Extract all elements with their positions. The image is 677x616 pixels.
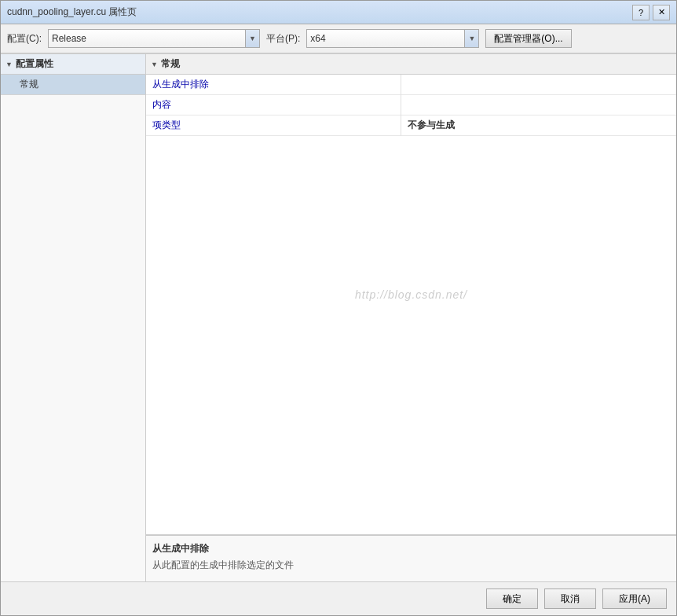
table-row[interactable]: 内容 (146, 95, 676, 116)
table-row[interactable]: 从生成中排除 (146, 75, 676, 95)
watermark: http://blog.csdn.net/ (355, 288, 467, 301)
prop-name-content: 内容 (146, 95, 401, 116)
properties-table: 从生成中排除 内容 项类型 不参与生成 (146, 75, 676, 136)
props-section-label: 常规 (161, 57, 180, 71)
props-area: ▼ 常规 从生成中排除 内容 (146, 54, 676, 534)
config-value: Release (52, 33, 245, 44)
title-buttons: ? ✕ (632, 5, 670, 20)
title-bar: cudnn_pooling_layer.cu 属性页 ? ✕ (1, 1, 676, 24)
props-collapse-icon: ▼ (151, 60, 158, 68)
config-manager-button[interactable]: 配置管理器(O)... (485, 29, 571, 48)
tree-section-label: 配置属性 (16, 57, 53, 71)
right-panel: ▼ 常规 从生成中排除 内容 (146, 54, 676, 581)
prop-value-exclude[interactable] (401, 75, 676, 95)
prop-name-exclude: 从生成中排除 (146, 75, 401, 95)
apply-button[interactable]: 应用(A) (602, 588, 667, 609)
left-panel: ▼ 配置属性 常规 (1, 54, 146, 581)
props-section-header: ▼ 常规 (146, 54, 676, 75)
tree-item-general[interactable]: 常规 (1, 75, 145, 95)
ok-button[interactable]: 确定 (486, 588, 538, 609)
platform-dropdown[interactable]: x64 ▼ (306, 29, 479, 48)
main-window: cudnn_pooling_layer.cu 属性页 ? ✕ 配置(C): Re… (0, 0, 677, 616)
config-dropdown[interactable]: Release ▼ (48, 29, 260, 48)
platform-value: x64 (310, 33, 464, 44)
description-title: 从生成中排除 (152, 542, 670, 556)
window-title: cudnn_pooling_layer.cu 属性页 (7, 6, 137, 19)
cancel-button[interactable]: 取消 (544, 588, 596, 609)
help-button[interactable]: ? (632, 5, 650, 20)
description-text: 从此配置的生成中排除选定的文件 (152, 559, 670, 572)
prop-value-content[interactable] (401, 95, 676, 116)
prop-value-itemtype[interactable]: 不参与生成 (401, 116, 676, 136)
close-button[interactable]: ✕ (653, 5, 670, 20)
bottom-bar: 确定 取消 应用(A) (1, 581, 676, 615)
description-area: 从生成中排除 从此配置的生成中排除选定的文件 (146, 534, 676, 581)
tree-section-header[interactable]: ▼ 配置属性 (1, 54, 145, 75)
platform-label: 平台(P): (266, 32, 300, 46)
table-row[interactable]: 项类型 不参与生成 (146, 116, 676, 136)
prop-name-itemtype: 项类型 (146, 116, 401, 136)
main-area: ▼ 配置属性 常规 ▼ 常规 从生成中排除 (1, 53, 676, 581)
tree-collapse-icon: ▼ (5, 60, 13, 68)
platform-dropdown-arrow[interactable]: ▼ (464, 30, 478, 47)
config-label: 配置(C): (7, 32, 42, 46)
toolbar: 配置(C): Release ▼ 平台(P): x64 ▼ 配置管理器(O)..… (1, 24, 676, 53)
config-dropdown-arrow[interactable]: ▼ (245, 30, 259, 47)
